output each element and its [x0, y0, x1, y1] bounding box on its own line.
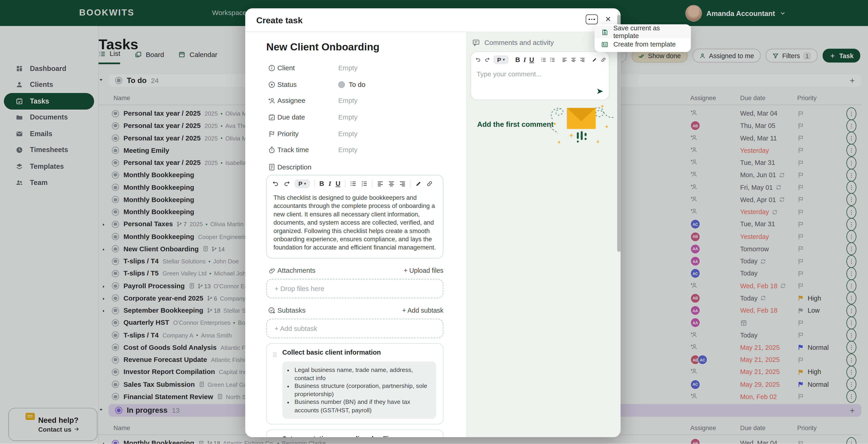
comments-pane: Comments and activity P▾BIU Type your co…	[466, 31, 617, 437]
description-label: Description	[277, 163, 311, 171]
field-label: Priority	[277, 130, 338, 137]
italic-button[interactable]: I	[329, 180, 331, 188]
al-r-icon	[580, 57, 585, 62]
check-circle-icon	[266, 307, 277, 315]
comment-editor[interactable]: P▾BIU Type your comment...	[471, 52, 610, 100]
task-title-input[interactable]: New Client Onboarding	[266, 41, 443, 53]
subtask-title: Collect basic client information	[282, 349, 436, 357]
field-label: Status	[277, 81, 338, 88]
comment-toolbar: P▾BIU	[471, 52, 609, 66]
check-circle-icon	[266, 307, 277, 315]
field-row-status[interactable]: StatusTo do	[266, 76, 443, 93]
comment-input[interactable]: Type your comment...	[471, 66, 609, 83]
field-row-client[interactable]: ClientEmpty	[266, 60, 443, 76]
field-value[interactable]: Empty	[338, 97, 358, 105]
link-icon	[601, 57, 606, 62]
subtask-card-body: Set expectations regarding deadlines, co…	[282, 435, 436, 437]
subtask-card[interactable]: Collect basic client informationLegal bu…	[266, 343, 443, 424]
task-fields: ClientEmptyStatusTo doAssigneeEmptyDue d…	[266, 60, 443, 158]
subtask-bullet: Legal business name, trade name, address…	[294, 366, 431, 382]
field-row-due-date[interactable]: Due dateEmpty	[266, 109, 443, 125]
status-value-text: To do	[349, 81, 366, 88]
person-add-icon	[266, 97, 277, 105]
field-value[interactable]: Empty	[338, 146, 358, 154]
create-task-modal: Create task ✕ New Client Onboarding Clie…	[245, 8, 620, 437]
save-icon	[601, 29, 609, 36]
field-value[interactable]: To do	[338, 81, 366, 88]
description-label-row: Description	[266, 163, 443, 171]
menu-item-label: Create from template	[613, 40, 676, 48]
stopwatch-icon	[266, 146, 277, 154]
description-text[interactable]: This checklist is designed to guide book…	[267, 190, 443, 258]
document-icon	[266, 163, 277, 171]
add-subtask-button[interactable]: + Add subtask	[402, 307, 443, 315]
field-label: Track time	[277, 146, 338, 154]
chevron-down-icon: ▾	[304, 182, 306, 186]
subtask-card[interactable]: Set expectations regarding deadlines, co…	[266, 429, 443, 437]
underline-button[interactable]: U	[336, 180, 340, 188]
ul-icon	[541, 57, 546, 62]
send-icon[interactable]	[596, 87, 604, 95]
ol-icon	[550, 57, 555, 62]
field-row-assignee[interactable]: AssigneeEmpty	[266, 93, 443, 109]
field-row-track-time[interactable]: Track timeEmpty	[266, 142, 443, 158]
paragraph-style-label: P	[497, 57, 501, 63]
add-subtask-input[interactable]: + Add subtask	[266, 319, 443, 339]
al-c-icon	[388, 180, 395, 187]
drag-handle-icon[interactable]	[272, 436, 278, 437]
pen-icon	[592, 57, 597, 62]
undo-icon	[475, 57, 481, 62]
pen-icon	[415, 180, 422, 187]
subtask-detail-panel: Legal business name, trade name, address…	[282, 361, 436, 419]
paperclip-icon	[266, 267, 277, 275]
chevron-down-icon: ▾	[503, 58, 505, 62]
menu-item-template[interactable]: Create from template	[594, 38, 691, 50]
bold-button[interactable]: B	[319, 180, 324, 188]
bold-button[interactable]: B	[515, 56, 520, 64]
field-label: Assignee	[277, 97, 338, 105]
subtask-bullet: Business number (BN) and if they have ta…	[294, 398, 431, 414]
modal-title: Create task	[256, 15, 303, 26]
flag-icon	[266, 130, 277, 137]
subtask-bullet: Business structure (corporation, partner…	[294, 382, 431, 398]
menu-item-save[interactable]: Save current as template	[594, 26, 691, 38]
toolbar-separator	[314, 180, 315, 188]
italic-button[interactable]: I	[523, 56, 526, 64]
redo-icon	[283, 180, 290, 187]
al-r-icon	[399, 180, 406, 187]
app-root: BOOKWITS Workspace Amanda Accountant Das…	[0, 0, 868, 444]
drag-handle-icon[interactable]	[272, 350, 278, 419]
status-icon	[266, 81, 277, 88]
more-options-button[interactable]	[586, 14, 598, 24]
field-row-priority[interactable]: PriorityEmpty	[266, 125, 443, 142]
subtask-cards: Collect basic client informationLegal bu…	[266, 343, 443, 437]
al-l-icon	[377, 180, 383, 187]
field-value[interactable]: Empty	[338, 64, 358, 72]
envelope-illustration	[549, 98, 616, 147]
attachments-label: Attachments	[277, 267, 315, 275]
paragraph-style-button[interactable]: P▾	[493, 55, 509, 64]
paperclip-icon	[266, 267, 277, 275]
paragraph-style-button[interactable]: P▾	[294, 180, 310, 188]
comment-icon	[472, 39, 480, 46]
comment-icon	[472, 39, 480, 46]
modal-scrollbar[interactable]	[617, 8, 621, 437]
ol-icon	[361, 180, 368, 187]
underline-button[interactable]: U	[529, 56, 534, 64]
send-icon	[596, 87, 604, 95]
subtasks-header: Subtasks + Add subtask	[266, 307, 443, 315]
close-icon[interactable]: ✕	[605, 15, 611, 23]
modal-form-pane: New Client Onboarding ClientEmptyStatusT…	[245, 31, 466, 437]
field-value[interactable]: Empty	[338, 113, 358, 121]
todo-status-dot	[338, 81, 345, 88]
upload-files-button[interactable]: + Upload files	[404, 267, 443, 275]
drop-files-zone[interactable]: + Drop files here	[266, 279, 443, 298]
toolbar-separator	[345, 180, 345, 188]
description-editor[interactable]: P▾BIU This checklist is designed to guid…	[266, 175, 443, 259]
document-icon	[266, 163, 277, 171]
menu-item-label: Save current as template	[613, 24, 684, 40]
ul-icon	[350, 180, 356, 187]
field-value[interactable]: Empty	[338, 130, 358, 137]
al-l-icon	[562, 57, 567, 62]
drag-dots-icon	[272, 352, 278, 358]
